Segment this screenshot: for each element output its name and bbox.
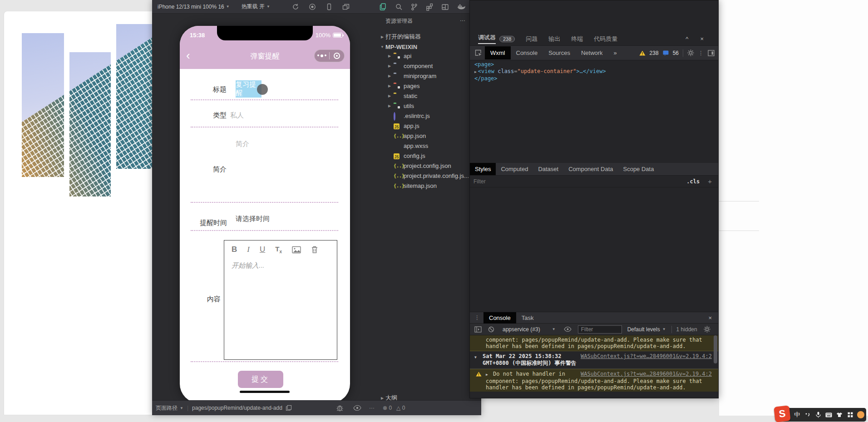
trash-icon[interactable]: [311, 245, 318, 254]
console-message-list[interactable]: component: pages/popupRemind/update-and-…: [470, 335, 718, 392]
insert-image-icon[interactable]: [292, 246, 301, 254]
close-icon[interactable]: ×: [708, 314, 712, 321]
kebab-menu-icon[interactable]: ⋮: [474, 314, 480, 321]
log-levels-selector[interactable]: Default levels: [627, 326, 660, 333]
page-path-label[interactable]: 页面路径: [156, 404, 178, 412]
kebab-menu-icon[interactable]: ⋮: [698, 50, 704, 56]
copy-icon[interactable]: [286, 405, 292, 411]
explorer-more-icon[interactable]: ···: [460, 17, 465, 25]
expand-arrow-icon[interactable]: ▼: [474, 354, 477, 361]
tree-open-editors[interactable]: ▶ 打开的编辑器: [379, 32, 470, 42]
toolbox-grid-icon[interactable]: [845, 412, 855, 417]
inspect-element-icon[interactable]: [474, 49, 482, 57]
problem-counts[interactable]: ⊗ 0 △ 0: [383, 405, 405, 411]
gear-icon[interactable]: [687, 49, 694, 56]
tree-file-app-wxss[interactable]: app.wxss: [379, 141, 470, 151]
docker-icon[interactable]: [457, 3, 465, 10]
panel-tab-console[interactable]: Console: [511, 46, 543, 59]
tree-file-config-js[interactable]: config.js: [379, 151, 470, 161]
styles-filter-input[interactable]: [473, 178, 686, 185]
tree-folder-component[interactable]: ▶ component: [379, 61, 470, 71]
phone-mode-icon[interactable]: [326, 3, 333, 10]
tab-terminal[interactable]: 终端: [571, 35, 583, 43]
tab-styles[interactable]: Styles: [470, 163, 496, 175]
dock-side-icon[interactable]: [708, 50, 715, 56]
tab-output[interactable]: 输出: [548, 35, 560, 43]
tree-file-app-json[interactable]: app.json: [379, 131, 470, 141]
panel-tab-sources[interactable]: Sources: [543, 46, 576, 59]
eye-icon[interactable]: [353, 405, 361, 411]
close-icon[interactable]: ×: [700, 35, 704, 42]
source-link[interactable]: WASubContext.js?t=we…28496001&v=2.19.4:2: [581, 353, 712, 360]
minimize-icon[interactable]: ^: [686, 35, 688, 42]
bold-icon[interactable]: B: [232, 245, 237, 254]
window-layout-icon[interactable]: [441, 3, 449, 11]
submit-button[interactable]: 提交: [238, 371, 283, 388]
tab-dataset[interactable]: Dataset: [533, 163, 563, 175]
tab-problems[interactable]: 问题: [526, 35, 538, 43]
refresh-icon[interactable]: [292, 3, 299, 10]
expand-arrow-icon[interactable]: ▶: [486, 373, 488, 377]
tree-root-mp-weixin[interactable]: ▼ MP-WEIXIN: [379, 42, 470, 52]
warning-count[interactable]: 238: [650, 50, 659, 56]
tab-code-quality[interactable]: 代码质量: [594, 35, 617, 43]
bug-icon[interactable]: [336, 404, 344, 412]
more-panels-icon[interactable]: »: [608, 46, 622, 59]
more-icon[interactable]: ···: [369, 405, 375, 411]
record-icon[interactable]: [309, 3, 316, 10]
panel-tab-network[interactable]: Network: [576, 46, 608, 59]
keyboard-icon[interactable]: [824, 412, 834, 417]
tree-file-eslintrc[interactable]: .eslintrc.js: [379, 111, 470, 121]
clear-format-icon[interactable]: Tx: [275, 245, 282, 254]
tab-computed[interactable]: Computed: [496, 163, 533, 175]
tree-folder-utils[interactable]: ▶ utils: [379, 101, 470, 111]
git-icon[interactable]: [410, 3, 418, 11]
remind-time-picker[interactable]: 请选择时间: [236, 215, 270, 223]
tree-folder-pages[interactable]: ▶ pages: [379, 81, 470, 91]
extensions-icon[interactable]: [426, 3, 434, 11]
tree-folder-api[interactable]: ▶ api: [379, 51, 470, 61]
console-warning-message[interactable]: component: pages/popupRemind/update-and-…: [470, 335, 718, 351]
punctuation-icon[interactable]: [802, 412, 813, 417]
console-tab[interactable]: Console: [483, 312, 516, 324]
microphone-icon[interactable]: [813, 412, 824, 418]
scrollbar-thumb[interactable]: [714, 335, 717, 363]
intro-textarea-placeholder[interactable]: 简介: [236, 140, 249, 148]
page-path-value[interactable]: pages/popupRemind/update-and-add: [192, 405, 282, 411]
capsule-menu[interactable]: [314, 49, 345, 62]
tab-component-data[interactable]: Component Data: [563, 163, 618, 175]
files-explorer-icon[interactable]: [379, 3, 387, 11]
add-style-icon[interactable]: +: [708, 177, 712, 185]
info-count[interactable]: 56: [673, 50, 679, 56]
source-link[interactable]: WASubContext.js?t=we…28496001&v=2.19.4:2: [581, 371, 712, 377]
emoji-face-icon[interactable]: [856, 411, 866, 418]
rich-text-editor[interactable]: B I U Tx 开始输入...: [224, 240, 337, 360]
exit-target-icon[interactable]: [330, 53, 344, 59]
search-icon[interactable]: [395, 3, 403, 11]
tree-file-project-private-config[interactable]: project.private.config.js...: [379, 171, 470, 181]
context-selector[interactable]: appservice (#3): [503, 326, 540, 333]
multi-window-icon[interactable]: [342, 3, 350, 10]
italic-icon[interactable]: I: [247, 245, 250, 254]
sogou-logo-icon[interactable]: S: [774, 405, 790, 422]
skin-icon[interactable]: [834, 412, 845, 417]
sidebar-toggle-icon[interactable]: [474, 326, 482, 333]
console-log-message[interactable]: ▼ WASubContext.js?t=we…28496001&v=2.19.4…: [470, 351, 718, 369]
clear-console-icon[interactable]: [488, 326, 494, 333]
more-dots-icon[interactable]: [315, 54, 329, 57]
tab-scope-data[interactable]: Scope Data: [618, 163, 659, 175]
panel-tab-wxml[interactable]: Wxml: [485, 46, 511, 59]
hot-reload-toggle[interactable]: 热重载 开 ▼: [242, 3, 270, 10]
tab-debugger[interactable]: 调试器: [478, 34, 496, 44]
tree-folder-static[interactable]: ▶ static: [379, 91, 470, 101]
tree-file-app-js[interactable]: app.js: [379, 121, 470, 131]
console-warning-message[interactable]: WASubContext.js?t=we…28496001&v=2.19.4:2…: [470, 369, 718, 392]
editor-placeholder[interactable]: 开始输入...: [232, 261, 337, 270]
tree-folder-miniprogram[interactable]: ▶ miniprogram: [379, 71, 470, 81]
tree-file-sitemap-json[interactable]: sitemap.json: [379, 181, 470, 191]
tree-file-project-config[interactable]: project.config.json: [379, 161, 470, 171]
underline-icon[interactable]: U: [260, 245, 265, 254]
console-filter-input[interactable]: [578, 325, 622, 334]
device-selector[interactable]: iPhone 12/13 mini 100% 16 ▼: [158, 4, 230, 10]
gear-icon[interactable]: [704, 326, 710, 333]
